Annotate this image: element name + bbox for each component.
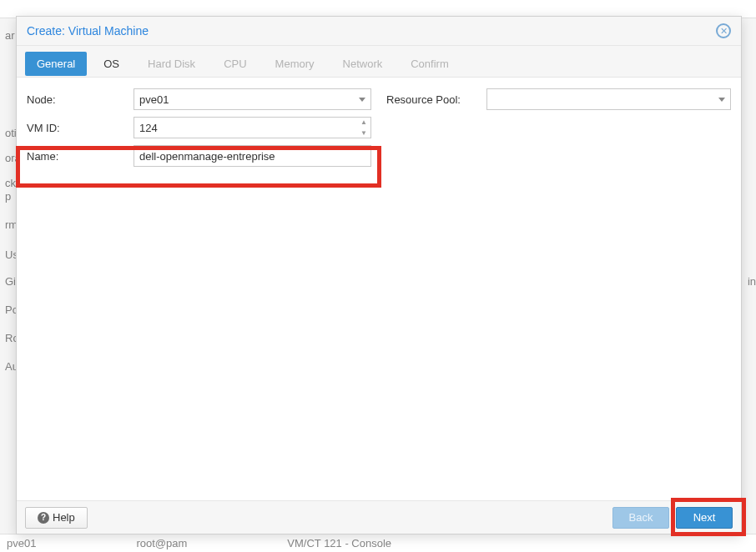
back-button: Back <box>612 507 669 529</box>
spinner-down-icon[interactable]: ▼ <box>358 128 370 138</box>
field-resource-pool: Resource Pool: <box>386 88 731 111</box>
node-label: Node: <box>27 93 134 106</box>
status-node: pve01 <box>7 537 36 549</box>
right-column: Resource Pool: <box>386 88 731 111</box>
help-button-label: Help <box>53 511 75 524</box>
field-name: Name: <box>27 144 371 168</box>
vmid-input[interactable] <box>134 117 371 138</box>
tab-network: Network <box>331 52 395 76</box>
node-input[interactable] <box>134 88 371 110</box>
dialog-title: Create: Virtual Machine <box>27 24 149 38</box>
chevron-down-icon <box>718 98 725 102</box>
name-label: Name: <box>27 150 134 163</box>
help-button[interactable]: ? Help <box>25 507 88 529</box>
spinner-up-icon[interactable]: ▲ <box>358 117 370 128</box>
resource-pool-dropdown-trigger[interactable] <box>714 88 729 110</box>
vmid-spinner[interactable]: ▲ ▼ <box>358 117 370 138</box>
create-vm-dialog: Create: Virtual Machine ✕ General OS Har… <box>16 16 742 534</box>
left-column: Node: VM ID: ▲ ▼ Name: <box>27 88 371 168</box>
field-node: Node: <box>27 88 371 111</box>
close-icon[interactable]: ✕ <box>716 23 731 38</box>
vmid-label: VM ID: <box>27 122 134 134</box>
dialog-footer: ? Help Back Next <box>17 500 741 534</box>
tab-confirm: Confirm <box>399 52 461 76</box>
chevron-down-icon <box>359 98 365 102</box>
resource-pool-label: Resource Pool: <box>386 93 486 106</box>
tab-os[interactable]: OS <box>92 52 131 76</box>
tab-memory: Memory <box>264 52 326 76</box>
name-input[interactable] <box>134 145 371 167</box>
dialog-body: Node: VM ID: ▲ ▼ Name: <box>17 78 741 500</box>
dialog-titlebar: Create: Virtual Machine ✕ <box>17 17 741 46</box>
status-title: VM/CT 121 - Console <box>287 537 391 549</box>
tab-general[interactable]: General <box>25 52 87 76</box>
wizard-tabs: General OS Hard Disk CPU Memory Network … <box>17 46 741 78</box>
resource-pool-input[interactable] <box>486 88 731 110</box>
help-icon: ? <box>38 512 49 524</box>
field-vmid: VM ID: ▲ ▼ <box>27 116 371 139</box>
node-dropdown-trigger[interactable] <box>355 88 370 110</box>
tab-hard-disk: Hard Disk <box>136 52 207 76</box>
next-button[interactable]: Next <box>676 507 733 529</box>
tab-cpu: CPU <box>212 52 258 76</box>
status-user: root@pam <box>136 537 187 549</box>
